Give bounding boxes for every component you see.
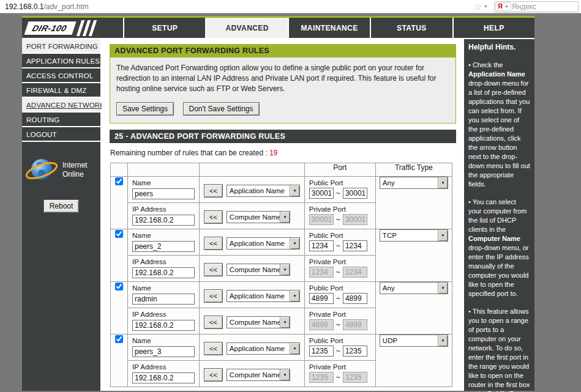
- rule-enable-checkbox[interactable]: [115, 230, 123, 238]
- helpful-hints-panel: Helpful Hints. • Check the Application N…: [464, 39, 534, 391]
- ip-address-label: IP Address: [132, 258, 195, 265]
- sidebar-item-application-rules[interactable]: APPLICATION RULES: [22, 54, 100, 68]
- application-name-select[interactable]: Application Name▼: [227, 342, 300, 355]
- yandex-logo-badge[interactable]: Я ▼: [495, 2, 511, 11]
- top-navbar: DIR-100 SETUP ADVANCED MAINTENANCE STATU…: [22, 18, 534, 38]
- private-port-end-input: [343, 214, 367, 225]
- rule-name-input[interactable]: [132, 188, 195, 199]
- dropdown-arrow-icon: ▼: [438, 283, 448, 294]
- reboot-button[interactable]: Reboot: [43, 199, 80, 213]
- name-label: Name: [132, 232, 195, 239]
- dropdown-arrow-icon: ▼: [290, 290, 299, 301]
- bookmark-button[interactable]: ☆ ▼: [474, 2, 488, 11]
- private-port-label: Private Port: [309, 205, 371, 213]
- dropdown-arrow-icon: ▼: [280, 369, 290, 380]
- dropdown-arrow-icon: ▼: [280, 264, 290, 275]
- dropdown-arrow-icon: ▼: [438, 335, 448, 346]
- private-port-start-input: [309, 267, 334, 278]
- search-input[interactable]: [512, 2, 578, 11]
- sidebar-item-port-forwarding[interactable]: PORT FORWARDING: [22, 39, 100, 54]
- sidebar-item-access-control[interactable]: ACCESS CONTROL: [22, 68, 100, 83]
- apply-computer-button[interactable]: <<: [204, 368, 223, 382]
- yandex-logo-icon: Я: [498, 3, 503, 10]
- apply-application-button[interactable]: <<: [204, 184, 223, 198]
- tab-status[interactable]: STATUS: [370, 18, 452, 38]
- rule-enable-checkbox[interactable]: [115, 335, 123, 343]
- rule-name-input[interactable]: [132, 241, 195, 252]
- globe-icon: [24, 154, 61, 186]
- chevron-down-icon: ▼: [484, 4, 488, 9]
- tab-maintenance[interactable]: MAINTENANCE: [288, 18, 370, 38]
- url-text[interactable]: 192.168.0.1/adv_port.htm: [5, 2, 474, 11]
- name-label: Name: [132, 179, 195, 187]
- computer-name-select[interactable]: Computer Name▼: [227, 316, 290, 328]
- private-port-end-input: [343, 267, 367, 278]
- public-port-label: Public Port: [309, 232, 371, 239]
- bookmark-star-icon: ☆: [474, 2, 482, 11]
- public-port-start-input[interactable]: [309, 188, 334, 199]
- private-port-end-input: [343, 319, 367, 330]
- public-port-end-input[interactable]: [343, 188, 367, 199]
- apply-computer-button[interactable]: <<: [204, 210, 223, 224]
- apply-application-button[interactable]: <<: [204, 289, 223, 303]
- table-row: Name <<Application Name▼ Public Port~ An…: [111, 177, 452, 203]
- rule-ip-input[interactable]: [132, 267, 195, 278]
- tab-advanced[interactable]: ADVANCED: [205, 18, 287, 38]
- page-title: ADVANCED PORT FORWARDING RULES: [110, 44, 456, 57]
- chevron-down-icon: ▼: [504, 4, 509, 9]
- traffic-type-select[interactable]: Any▼: [380, 282, 448, 294]
- tab-setup[interactable]: SETUP: [123, 18, 205, 38]
- save-settings-button[interactable]: Save Settings: [116, 102, 174, 116]
- rule-enable-checkbox[interactable]: [115, 283, 123, 290]
- public-port-label: Public Port: [309, 284, 371, 292]
- rule-name-input[interactable]: [132, 346, 195, 357]
- table-row: Name <<Application Name▼ Public Port~ TC…: [111, 229, 452, 256]
- sidebar-item-advanced-network[interactable]: ADVANCED NETWORK: [22, 98, 100, 113]
- dropdown-arrow-icon: ▼: [438, 230, 448, 241]
- intro-description: The Advanced Port Forwarding option allo…: [116, 63, 449, 94]
- sidebar-item-routing[interactable]: ROUTING: [22, 113, 100, 127]
- dont-save-settings-button[interactable]: Don't Save Settings: [183, 102, 260, 116]
- public-port-start-input[interactable]: [309, 346, 334, 357]
- public-port-start-input[interactable]: [309, 240, 334, 251]
- name-label: Name: [132, 284, 195, 292]
- rule-ip-input[interactable]: [132, 215, 195, 226]
- intro-box: The Advanced Port Forwarding option allo…: [110, 57, 456, 124]
- application-name-select[interactable]: Application Name▼: [227, 185, 300, 197]
- computer-name-select[interactable]: Computer Name▼: [227, 369, 290, 381]
- sidebar-item-firewall-dmz[interactable]: FIREWALL & DMZ: [22, 83, 100, 98]
- application-name-select[interactable]: Application Name▼: [227, 290, 300, 302]
- rule-ip-input[interactable]: [132, 372, 195, 383]
- apply-computer-button[interactable]: <<: [204, 316, 223, 329]
- table-header-row: Port Traffic Type: [111, 163, 452, 177]
- application-name-select[interactable]: Application Name▼: [227, 237, 300, 250]
- public-port-start-input[interactable]: [309, 293, 334, 304]
- tab-help[interactable]: HELP: [452, 18, 534, 38]
- traffic-type-select[interactable]: UDP▼: [380, 335, 448, 347]
- hints-title: Helpful Hints.: [468, 43, 530, 52]
- private-port-start-input: [309, 214, 334, 225]
- public-port-end-input[interactable]: [343, 293, 367, 304]
- traffic-type-select[interactable]: Any▼: [380, 177, 448, 189]
- sidebar-item-logout[interactable]: LOGOUT: [22, 127, 100, 142]
- rule-enable-checkbox[interactable]: [115, 177, 123, 185]
- section-title: 25 - ADVANCED PORT FORWARDING RULES: [110, 130, 456, 143]
- apply-application-button[interactable]: <<: [204, 342, 223, 355]
- url-path: /adv_port.htm: [43, 2, 88, 11]
- brand-logo: DIR-100: [22, 18, 123, 38]
- yandex-search-box[interactable]: Я ▼: [494, 1, 579, 12]
- public-port-end-input[interactable]: [343, 346, 367, 357]
- traffic-type-column-header: Traffic Type: [375, 163, 452, 177]
- dropdown-arrow-icon: ▼: [438, 177, 448, 188]
- private-port-start-input: [309, 319, 334, 330]
- public-port-end-input[interactable]: [343, 240, 367, 251]
- computer-name-select[interactable]: Computer Name▼: [227, 264, 290, 276]
- apply-application-button[interactable]: <<: [204, 237, 223, 250]
- address-bar[interactable]: 192.168.0.1/adv_port.htm ☆ ▼ Я ▼: [0, 0, 581, 13]
- rule-name-input[interactable]: [132, 294, 195, 305]
- apply-computer-button[interactable]: <<: [204, 263, 223, 276]
- traffic-type-select[interactable]: TCP▼: [380, 229, 448, 242]
- remaining-rules-text: Remaining number of rules that can be cr…: [110, 149, 456, 157]
- computer-name-select[interactable]: Computer Name▼: [227, 211, 290, 223]
- rule-ip-input[interactable]: [132, 320, 195, 331]
